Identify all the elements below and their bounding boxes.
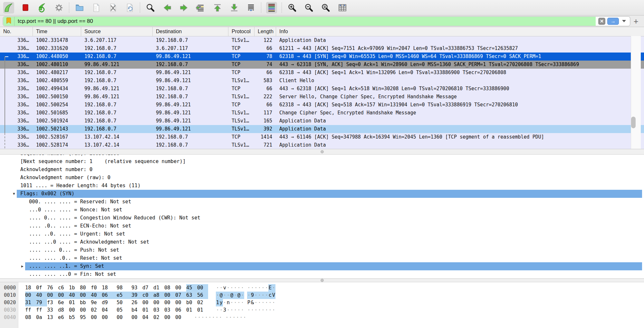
hex-byte: d8 — [58, 306, 69, 314]
find-packet-button[interactable] — [145, 2, 156, 14]
go-to-first-button[interactable] — [212, 2, 223, 14]
capture-options-icon — [54, 3, 63, 12]
hex-row[interactable]: 0030ffff33d80000020405b4010303060101··3·… — [0, 306, 644, 314]
close-file-button[interactable]: 010101110 — [108, 2, 119, 14]
cell-source: 192.168.0.7 — [81, 77, 153, 85]
column-header-source[interactable]: Source — [81, 27, 153, 36]
restart-capture-button[interactable] — [37, 2, 48, 14]
reload-file-button[interactable]: 010101110 — [124, 2, 135, 14]
packet-details-pane[interactable]: Sequence number (raw): 2005041990[Next s… — [0, 155, 644, 278]
resize-columns-button[interactable] — [337, 2, 348, 14]
hex-byte: 95 — [80, 314, 91, 321]
filter-clear-button[interactable]: ✕ — [598, 18, 605, 25]
ascii-char: y — [219, 299, 223, 306]
cell-time: 1002.500254 — [33, 101, 81, 109]
cell-time: 1002.331478 — [33, 36, 81, 44]
packet-bytes-pane[interactable]: 0000180f76c61b80f0189893d7d108004500··v·… — [0, 282, 644, 328]
packet-row[interactable]: 336…1002.501685192.168.0.799.86.49.121TL… — [0, 109, 644, 117]
packet-row[interactable]: 336…1002.448050192.168.0.799.86.49.121TC… — [0, 53, 644, 61]
detail-line[interactable]: 1011 .... = Header Length: 44 bytes (11) — [0, 182, 644, 190]
packet-row[interactable]: 336…1002.50015099.86.49.121192.168.0.7TL… — [0, 93, 644, 101]
go-to-packet-icon — [196, 3, 206, 12]
zoom-out-button[interactable] — [303, 2, 314, 14]
auto-scroll-button[interactable] — [245, 2, 256, 14]
column-header-time[interactable]: Time — [33, 27, 81, 36]
list-details-splitter[interactable] — [0, 149, 644, 155]
cell-info: 62318 → 443 [ACK] Seq=1 Ack=1 Win=132096… — [276, 69, 644, 77]
hex-byte: a8 — [153, 292, 164, 299]
detail-line[interactable]: [Next sequence number: 1 (relative seque… — [0, 158, 644, 166]
hex-row[interactable]: 00100040000040004006e539c0a800076356·@··… — [0, 292, 644, 299]
hex-row[interactable]: 00203179f36e01bb9ed9502600000000b0021y·n… — [0, 299, 644, 306]
packet-row[interactable]: 336…1002.480217192.168.0.799.86.49.121TC… — [0, 69, 644, 77]
filter-input[interactable]: tcp.port == 80 || udp.port == 80 — [14, 17, 596, 26]
filter-apply-button[interactable]: → — [607, 18, 619, 25]
go-back-button[interactable] — [162, 2, 173, 14]
detail-line[interactable]: .... .... .0.. = Reset: Not set — [0, 254, 644, 262]
packet-row[interactable]: 336…1002.3314783.6.207.117192.168.0.7TLS… — [0, 36, 644, 44]
detail-line[interactable]: .... .0.. .... = ECN-Echo: Not set — [0, 222, 644, 230]
hex-row[interactable]: 0000180f76c61b80f0189893d7d108004500··v·… — [0, 284, 644, 292]
packet-row[interactable]: 336…1002.480559192.168.0.799.86.49.121TL… — [0, 77, 644, 85]
detail-line[interactable]: Acknowledgment number: 0 — [0, 166, 644, 174]
detail-line[interactable]: 000. .... .... = Reserved: Not set — [0, 198, 644, 206]
packet-row[interactable]: 336…1002.500254192.168.0.799.86.49.121TC… — [0, 101, 644, 109]
packet-list-scrollbar-track[interactable] — [631, 36, 641, 149]
detail-line[interactable]: ...0 .... .... = Nonce: Not set — [0, 206, 644, 214]
filter-bookmark-button[interactable] — [3, 17, 14, 26]
column-header-destination[interactable]: Destination — [153, 27, 228, 36]
detail-text: .... .0.. .... = ECN-Echo: Not set — [0, 222, 644, 230]
hex-row[interactable]: 0040080a13e6b5950000000004020000········… — [0, 314, 644, 321]
packet-list-scrollbar-thumb[interactable] — [631, 117, 636, 128]
zoom-in-button[interactable] — [287, 2, 298, 14]
detail-line[interactable]: .... 0... .... = Congestion Window Reduc… — [0, 214, 644, 222]
packet-row[interactable]: 336…1002.331620192.168.0.73.6.207.117TCP… — [0, 44, 644, 53]
go-to-packet-button[interactable] — [195, 2, 206, 14]
detail-line[interactable]: .... .... ...0 = Fin: Not set — [0, 270, 644, 278]
ascii-char: · — [194, 314, 197, 321]
cell-time: 1002.501924 — [33, 117, 81, 125]
detail-line[interactable]: Acknowledgment number (raw): 0 — [0, 174, 644, 182]
hex-byte: 76 — [47, 284, 58, 292]
colorize-button[interactable] — [266, 2, 277, 14]
ascii-char: · — [272, 299, 275, 306]
capture-options-button[interactable] — [53, 2, 64, 14]
go-to-last-icon — [230, 3, 239, 12]
ascii-char: · — [265, 306, 268, 314]
go-to-last-button[interactable] — [229, 2, 240, 14]
stop-capture-button[interactable] — [20, 2, 31, 14]
filter-add-button[interactable]: + — [630, 17, 641, 25]
zoom-reset-button[interactable] — [320, 2, 331, 14]
column-header-no[interactable]: No. — [0, 27, 33, 36]
column-header-length[interactable]: Length — [255, 27, 276, 36]
go-forward-button[interactable] — [178, 2, 189, 14]
hex-offset: 0010 — [0, 292, 18, 299]
open-file-button[interactable] — [74, 2, 85, 14]
packet-row[interactable]: 336…1002.501924192.168.0.799.86.49.121TL… — [0, 117, 644, 125]
filter-dropdown-chevron-icon[interactable] — [622, 20, 626, 22]
cell-protocol: TLSv1… — [228, 117, 255, 125]
detail-line[interactable]: ▼Flags: 0x002 (SYN) — [0, 190, 644, 198]
packet-row[interactable]: 336…1002.502143192.168.0.799.86.49.121TL… — [0, 125, 644, 133]
ascii-char: · — [241, 306, 244, 314]
cell-protocol: TCP — [228, 69, 255, 77]
hex-byte: 08 — [164, 284, 175, 292]
packet-row[interactable]: 336…1002.48011099.86.49.121192.168.0.7TC… — [0, 61, 644, 69]
start-capture-button[interactable] — [3, 2, 14, 14]
detail-line[interactable]: .... ..0. .... = Urgent: Not set — [0, 230, 644, 238]
packet-row[interactable]: 336…1002.49943499.86.49.121192.168.0.7TC… — [0, 85, 644, 93]
detail-text: Sequence number (raw): 2005041990 — [0, 155, 644, 158]
ascii-char: @ — [230, 292, 234, 299]
detail-line[interactable]: ▶.... .... ..1. = Syn: Set — [0, 262, 644, 270]
detail-line[interactable]: .... .... 0... = Push: Not set — [0, 246, 644, 254]
ascii-char: · — [216, 284, 219, 292]
details-bytes-splitter[interactable] — [0, 278, 644, 282]
column-header-info[interactable]: Info — [276, 27, 644, 36]
detail-line[interactable]: Sequence number (raw): 2005041990 — [0, 155, 644, 158]
display-filter-field[interactable]: tcp.port == 80 || udp.port == 80 ✕ → — [3, 16, 630, 26]
packet-row[interactable]: 336…1002.52816713.107.42.14192.168.0.7TC… — [0, 133, 644, 141]
detail-line[interactable]: .... ...0 .... = Acknowledgment: Not set — [0, 238, 644, 246]
packet-row[interactable]: 336…1002.52817413.107.42.14192.168.0.7TL… — [0, 141, 644, 149]
save-file-button[interactable]: 010101110 — [91, 2, 102, 14]
column-header-protocol[interactable]: Protocol — [228, 27, 255, 36]
